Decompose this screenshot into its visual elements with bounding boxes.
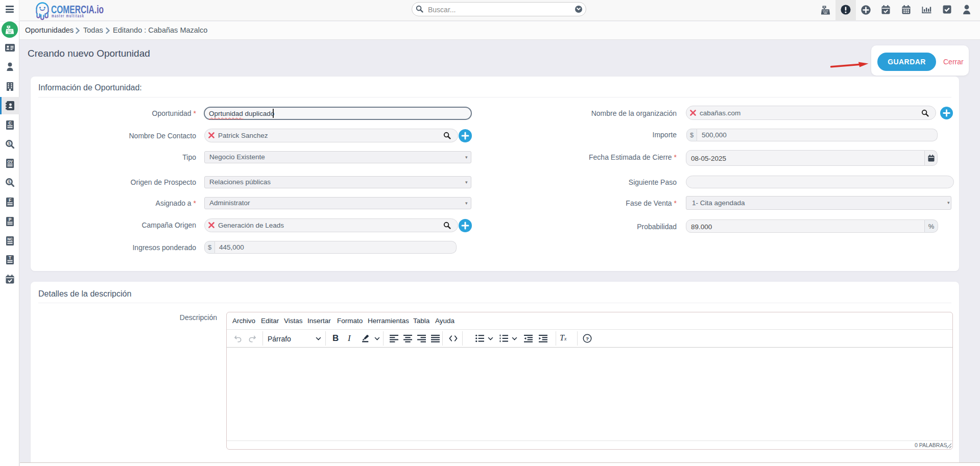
svg-text:T: T	[9, 255, 12, 260]
svg-text:P: P	[9, 217, 12, 222]
svg-text:$: $	[8, 179, 11, 184]
svg-text:$: $	[8, 141, 11, 146]
svg-text:F: F	[9, 198, 11, 203]
svg-text:C: C	[8, 120, 11, 126]
svg-text:?: ?	[586, 336, 589, 341]
svg-text:NC: NC	[7, 237, 12, 241]
svg-text:OV: OV	[7, 160, 12, 163]
svg-text:master multitask: master multitask	[52, 13, 84, 18]
